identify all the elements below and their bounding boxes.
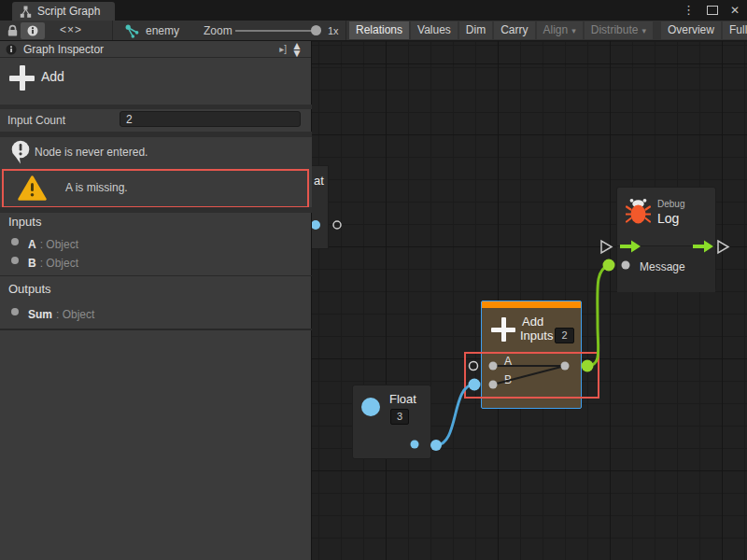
relations-button[interactable]: Relations [349, 21, 409, 39]
section-divider [0, 329, 312, 330]
window-menu-icon[interactable]: ⋮ [683, 0, 695, 21]
outputs-section-header: Outputs [8, 282, 51, 296]
scroll-spinner[interactable]: ▲ ▼ [285, 42, 303, 57]
unconnected-port-indicator[interactable] [333, 221, 341, 229]
warning-highlight-border [464, 352, 599, 399]
message-port-label: Message [640, 260, 685, 273]
add-unit-icon [9, 65, 35, 91]
toolbar-buttons: Relations Values Dim Carry Align▾ Distri… [349, 21, 747, 39]
clipped-float-node[interactable]: at [312, 165, 329, 249]
section-divider [0, 207, 312, 213]
node-port-area: Message [617, 245, 715, 292]
input-a-row: A: Object [28, 235, 78, 252]
node-title: Add [522, 315, 543, 329]
inspector-title: Graph Inspector [23, 43, 104, 56]
port-dot [11, 257, 19, 264]
chevron-down-icon: ▾ [571, 26, 576, 35]
tab-script-graph[interactable]: Script Graph [12, 2, 115, 21]
input-count-field[interactable] [120, 111, 301, 127]
debug-log-node[interactable]: Debug Log Message [616, 187, 716, 291]
bug-icon [626, 198, 651, 225]
graph-inspector-panel: Graph Inspector ▸] ▲ ▼ Add Input Count N… [0, 41, 312, 560]
wire-sum-to-message[interactable] [587, 265, 609, 366]
output-sum-row: Sum: Object [28, 305, 94, 322]
unconnected-flow-indicator[interactable] [718, 241, 728, 253]
node-subtitle: Inputs [520, 329, 553, 343]
tab-title: Script Graph [37, 5, 100, 18]
float-type-icon [361, 398, 380, 416]
close-icon[interactable]: ✕ [730, 0, 740, 21]
toolbar-divider [345, 21, 346, 40]
info-icon [27, 25, 38, 36]
wire-endpoint-green[interactable] [603, 259, 615, 272]
spinner-down-icon[interactable]: ▼ [291, 49, 303, 57]
chevron-down-icon: ▾ [641, 26, 646, 35]
unit-title: Add [41, 69, 64, 84]
unconnected-flow-indicator[interactable] [601, 241, 612, 253]
window-controls: ⋮ ✕ [683, 0, 740, 21]
node-title: Float [389, 392, 416, 406]
float-node[interactable]: Float 3 [352, 385, 431, 459]
node-title: Log [657, 211, 679, 226]
port-dot [11, 238, 19, 245]
graph-asset-icon [125, 24, 140, 38]
lock-icon[interactable] [7, 24, 19, 37]
unity-script-graph-window: Script Graph ⋮ ✕ <×> en [0, 0, 747, 560]
inputs-section-header: Inputs [8, 215, 41, 229]
zoom-label: Zoom [204, 24, 233, 37]
fullscreen-button[interactable]: Full Screen [723, 21, 747, 39]
node-color-strip [482, 301, 581, 308]
overview-button[interactable]: Overview [661, 21, 721, 39]
port-dot [11, 308, 19, 315]
graph-toolbar: <×> enemy Zoom 1x Relations Values Dim C… [0, 21, 747, 41]
node-category: Debug [657, 199, 684, 209]
toolbar-divider [112, 21, 113, 40]
node-title-clipped: at [314, 174, 324, 188]
info-icon [6, 44, 17, 55]
carry-button[interactable]: Carry [494, 21, 534, 39]
wire-endpoint-blue[interactable] [430, 440, 442, 451]
zoom-slider-track[interactable] [235, 30, 321, 32]
add-icon [491, 317, 515, 342]
section-divider [0, 275, 312, 276]
distribute-dropdown[interactable]: Distribute▾ [585, 21, 653, 39]
code-view-icon[interactable]: <×> [60, 23, 82, 36]
inspector-toggle-button[interactable] [21, 22, 45, 39]
input-count-badge[interactable]: 2 [555, 328, 574, 343]
maximize-icon[interactable] [707, 6, 718, 15]
float-value-field[interactable]: 3 [390, 409, 409, 425]
script-graph-icon [20, 6, 32, 18]
dim-button[interactable]: Dim [459, 21, 492, 39]
graph-name-label: enemy [146, 24, 179, 37]
zoom-value: 1x [328, 25, 339, 36]
zoom-slider-handle[interactable] [311, 25, 321, 35]
values-button[interactable]: Values [411, 21, 458, 39]
inspector-header: Graph Inspector ▸] ▲ ▼ [0, 41, 311, 58]
section-divider [0, 105, 312, 109]
align-dropdown[interactable]: Align▾ [537, 21, 583, 39]
info-message-row: Node is never entered. [0, 137, 312, 168]
title-bar: Script Graph ⋮ ✕ [0, 0, 747, 21]
graph-canvas[interactable]: at Float 3 Add Inputs 2 A B [312, 41, 747, 560]
info-message-text: Node is never entered. [35, 146, 148, 159]
input-b-row: B: Object [28, 254, 78, 271]
speech-bubble-icon [11, 140, 30, 164]
input-count-label: Input Count [7, 114, 65, 127]
warning-highlight-border [2, 169, 309, 208]
